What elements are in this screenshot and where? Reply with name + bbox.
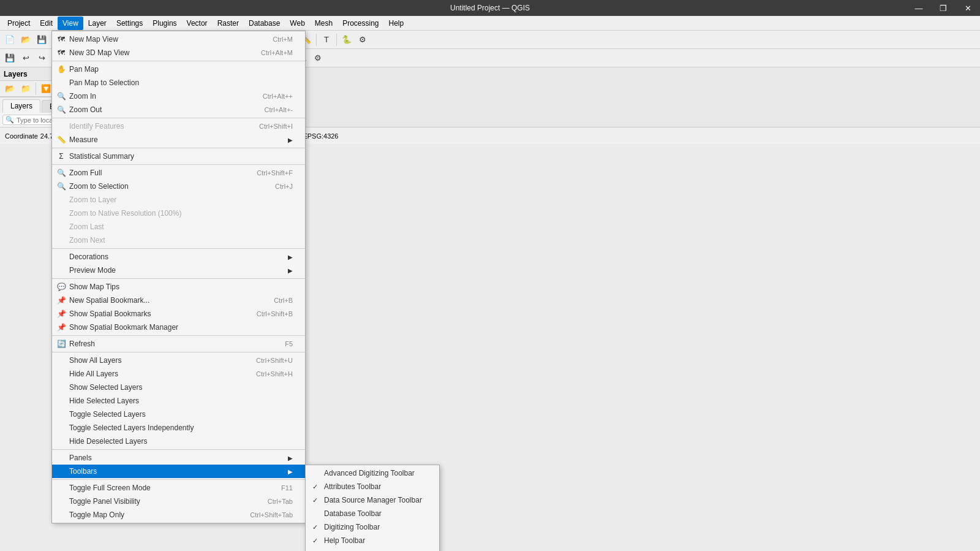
label: Show Spatial Bookmarks <box>69 310 151 318</box>
menu-project[interactable]: Project <box>2 17 35 30</box>
sigma-icon: Σ <box>56 152 67 161</box>
zoom-in-icon: 🔍 <box>56 92 67 101</box>
save-project-btn[interactable]: 💾 <box>34 32 49 47</box>
tips-icon: 💬 <box>56 283 67 291</box>
label: Toggle Selected Layers Independently <box>69 424 194 432</box>
label: Show Selected Layers <box>69 383 142 392</box>
shortcut: Ctrl+Tab <box>268 498 293 505</box>
menu-edit[interactable]: Edit <box>35 17 58 30</box>
menu-plugins[interactable]: Plugins <box>148 17 181 30</box>
label: Advanced Digitizing Toolbar <box>324 469 415 477</box>
menu-hide-selected-layers[interactable]: Hide Selected Layers <box>52 394 305 408</box>
ls1 <box>36 83 36 95</box>
label: Attributes Toolbar <box>324 482 381 491</box>
menu-web[interactable]: Web <box>285 17 309 30</box>
menu-zoom-next: Zoom Next <box>52 234 305 247</box>
menu-toggle-selected[interactable]: Toggle Selected Layers <box>52 408 305 421</box>
menu-settings[interactable]: Settings <box>111 17 148 30</box>
menu-decorations[interactable]: Decorations ▶ <box>52 250 305 264</box>
label: Database Toolbar <box>324 509 382 518</box>
menu-toggle-indep[interactable]: Toggle Selected Layers Independently <box>52 421 305 435</box>
close-button[interactable]: ✕ <box>956 0 980 16</box>
menu-toggle-panel[interactable]: Toggle Panel Visibility Ctrl+Tab <box>52 495 305 508</box>
menu-show-all-layers[interactable]: Show All Layers Ctrl+Shift+U <box>52 354 305 367</box>
shortcut: Ctrl+Shift+H <box>256 370 293 378</box>
menu-bookmark-mgr[interactable]: 📌 Show Spatial Bookmark Manager <box>52 321 305 334</box>
menu-zoom-selection[interactable]: 🔍 Zoom to Selection Ctrl+J <box>52 180 305 193</box>
menu-layer[interactable]: Layer <box>83 17 111 30</box>
minimize-button[interactable]: — <box>907 0 931 16</box>
redo-btn[interactable]: ↪ <box>34 51 49 66</box>
label: Refresh <box>69 340 95 348</box>
shortcut: Ctrl+J <box>275 183 293 190</box>
menu-zoom-last: Zoom Last <box>52 220 305 234</box>
menu-zoom-in[interactable]: 🔍 Zoom In Ctrl+Alt++ <box>52 89 305 103</box>
menu-mesh[interactable]: Mesh <box>310 17 337 30</box>
menu-zoom-out[interactable]: 🔍 Zoom Out Ctrl+Alt+- <box>52 103 305 116</box>
menu-pan-selection[interactable]: Pan Map to Selection <box>52 76 305 89</box>
check-datasource <box>309 496 320 504</box>
plugin2-btn[interactable]: ⚙ <box>311 51 325 66</box>
menu-measure[interactable]: 📏 Measure ▶ <box>52 133 305 146</box>
menu-new-3d-map-view[interactable]: 🗺 New 3D Map View Ctrl+Alt+M <box>52 46 305 59</box>
menu-show-selected-layers[interactable]: Show Selected Layers <box>52 381 305 394</box>
open-project-btn[interactable]: 📂 <box>18 32 33 47</box>
restore-button[interactable]: ❐ <box>931 0 956 16</box>
refresh-icon: 🔄 <box>56 340 67 348</box>
tab-layers[interactable]: Layers <box>2 99 40 113</box>
menu-zoom-layer: Zoom to Layer <box>52 193 305 207</box>
menu-view[interactable]: View <box>58 17 83 30</box>
menu-raster[interactable]: Raster <box>213 17 244 30</box>
menu-refresh[interactable]: 🔄 Refresh F5 <box>52 337 305 351</box>
layers-title: Layers <box>4 70 28 78</box>
map3d-icon: 🗺 <box>56 48 67 57</box>
label: Panels <box>69 454 92 462</box>
menu-database[interactable]: Database <box>244 17 285 30</box>
shortcut: Ctrl+Alt++ <box>263 93 293 100</box>
label: Toggle Selected Layers <box>69 410 146 419</box>
tb-database[interactable]: Database Toolbar <box>306 507 439 520</box>
undo-btn[interactable]: ↩ <box>18 51 33 66</box>
open-layer-btn[interactable]: 📂 <box>2 82 17 96</box>
menu-new-map-view[interactable]: 🗺 New Map View Ctrl+M <box>52 32 305 46</box>
tb-help[interactable]: Help Toolbar <box>306 534 439 547</box>
menu-help[interactable]: Help <box>384 17 409 30</box>
label: Hide All Layers <box>69 370 118 378</box>
menu-vector[interactable]: Vector <box>182 17 213 30</box>
tb-advanced-digitizing[interactable]: Advanced Digitizing Toolbar <box>306 466 439 480</box>
map-area[interactable] <box>193 67 980 127</box>
sep7 <box>316 34 317 46</box>
label: Show Spatial Bookmark Manager <box>69 323 178 332</box>
shortcut: Ctrl+Alt+M <box>261 49 293 56</box>
menu-statistical[interactable]: Σ Statistical Summary <box>52 150 305 163</box>
menu-zoom-full[interactable]: 🔍 Zoom Full Ctrl+Shift+F <box>52 166 305 180</box>
menu-panels[interactable]: Panels ▶ <box>52 451 305 465</box>
tb-datasource[interactable]: Data Source Manager Toolbar <box>306 493 439 507</box>
new-group-btn[interactable]: 📁 <box>18 82 33 96</box>
menu-toolbars[interactable]: Toolbars ▶ <box>52 465 305 478</box>
label: New Spatial Bookmark... <box>69 296 149 305</box>
menu-new-bookmark[interactable]: 📌 New Spatial Bookmark... Ctrl+B <box>52 294 305 307</box>
menu-preview-mode[interactable]: Preview Mode ▶ <box>52 264 305 277</box>
menu-map-only[interactable]: Toggle Map Only Ctrl+Shift+Tab <box>52 508 305 522</box>
python-btn[interactable]: 🐍 <box>339 32 354 47</box>
tb-attributes[interactable]: Attributes Toolbar <box>306 480 439 493</box>
edit-save-btn[interactable]: 💾 <box>2 51 17 66</box>
menu-map-tips[interactable]: 💬 Show Map Tips <box>52 280 305 294</box>
label: Zoom to Layer <box>69 196 116 204</box>
new-project-btn[interactable]: 📄 <box>2 32 17 47</box>
menu-hide-all-layers[interactable]: Hide All Layers Ctrl+Shift+H <box>52 367 305 381</box>
sep <box>52 278 305 279</box>
menu-pan-map[interactable]: ✋ Pan Map <box>52 63 305 76</box>
tb-digitizing[interactable]: Digitizing Toolbar <box>306 520 439 534</box>
menu-processing[interactable]: Processing <box>337 17 383 30</box>
label: Toggle Full Screen Mode <box>69 484 151 492</box>
menu-fullscreen[interactable]: Toggle Full Screen Mode F11 <box>52 481 305 495</box>
tb-label[interactable]: Label Toolbar <box>306 547 439 551</box>
coordinate-label: Coordinate <box>5 132 38 140</box>
render-btn[interactable]: T <box>319 32 334 47</box>
plugin1-btn[interactable]: ⚙ <box>355 32 370 47</box>
menu-hide-deselected[interactable]: Hide Deselected Layers <box>52 435 305 448</box>
menu-show-bookmarks[interactable]: 📌 Show Spatial Bookmarks Ctrl+Shift+B <box>52 307 305 321</box>
check-attributes <box>309 483 320 491</box>
